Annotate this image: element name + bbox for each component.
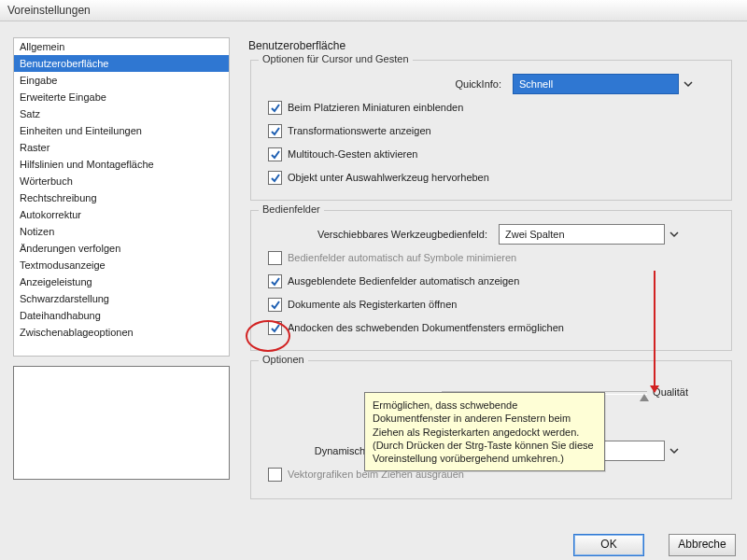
row-tool-panel-cols: Verschiebbares Werkzeugbedienfeld: Zwei … bbox=[268, 224, 722, 245]
sidebar-item[interactable]: Eingabe bbox=[14, 72, 229, 89]
chevron-down-icon bbox=[668, 228, 681, 241]
group-legend: Bedienfelder bbox=[259, 203, 324, 215]
checkbox-docs-as-tabs[interactable]: Dokumente als Registerkarten öffnen bbox=[268, 298, 457, 312]
sidebar-item[interactable]: Benutzeroberfläche bbox=[14, 55, 229, 72]
sidebar-item[interactable]: Textmodusanzeige bbox=[14, 257, 229, 273]
checkbox-transform-values[interactable]: Transformationswerte anzeigen bbox=[268, 124, 431, 138]
cancel-button[interactable]: Abbreche bbox=[669, 534, 736, 556]
quickinfo-combo[interactable]: Schnell bbox=[513, 74, 679, 94]
tool-panel-label: Verschiebbares Werkzeugbedienfeld: bbox=[268, 229, 493, 240]
checkbox-auto-iconize[interactable]: Bedienfelder automatisch auf Symbole min… bbox=[268, 251, 516, 265]
checkbox-thumbs-on-place[interactable]: Beim Platzieren Miniaturen einblenden bbox=[268, 101, 463, 115]
group-legend: Optionen für Cursor und Gesten bbox=[259, 53, 413, 64]
row-quality-slider: Qualität bbox=[268, 382, 694, 402]
quality-slider[interactable] bbox=[442, 383, 647, 401]
window-title: Voreinstellungen bbox=[7, 4, 91, 17]
sidebar-item[interactable]: Wörterbuch bbox=[14, 173, 229, 189]
checkbox-gray-vectors[interactable]: Vektorgrafiken beim Ziehen ausgrauen bbox=[268, 468, 464, 482]
quality-label: Qualität bbox=[653, 386, 694, 398]
sidebar-item[interactable]: Rechtschreibung bbox=[14, 189, 229, 206]
checkbox-highlight-selection[interactable]: Objekt unter Auswahlwerkzeug hervorheben bbox=[268, 171, 489, 185]
group-legend: Optionen bbox=[259, 354, 308, 365]
category-sidebar[interactable]: AllgemeinBenutzeroberflächeEingabeErweit… bbox=[13, 37, 230, 357]
checkbox-multitouch[interactable]: Multitouch-Gesten aktivieren bbox=[268, 147, 417, 161]
row-quickinfo: QuickInfo: Schnell bbox=[268, 74, 722, 94]
dynrefresh-label: Dynamische Bildschirmaktualisierung: bbox=[268, 445, 493, 456]
preferences-window: Voreinstellungen AllgemeinBenutzeroberfl… bbox=[0, 0, 747, 560]
sidebar-item[interactable]: Satz bbox=[14, 105, 229, 122]
group-options: Optionen Qualität Dynamische Bildschirma… bbox=[250, 360, 732, 499]
titlebar[interactable]: Voreinstellungen bbox=[0, 0, 747, 21]
tool-panel-combo[interactable]: Zwei Spalten bbox=[499, 224, 665, 245]
group-cursor-gestures: Optionen für Cursor und Gesten QuickInfo… bbox=[250, 60, 732, 201]
sidebar-item[interactable]: Anzeigeleistung bbox=[14, 273, 229, 290]
sidebar-item[interactable]: Notizen bbox=[14, 223, 229, 240]
sidebar-item[interactable]: Zwischenablageoptionen bbox=[14, 324, 229, 341]
tool-panel-value: Zwei Spalten bbox=[505, 229, 565, 240]
chevron-down-icon bbox=[682, 77, 695, 91]
sidebar-item[interactable]: Erweiterte Eingabe bbox=[14, 89, 229, 105]
sidebar-item[interactable]: Einheiten und Einteilungen bbox=[14, 122, 229, 139]
dynrefresh-value: Verzögert bbox=[505, 445, 549, 456]
chevron-down-icon bbox=[668, 444, 681, 457]
row-dynrefresh: Dynamische Bildschirmaktualisierung: Ver… bbox=[268, 441, 722, 461]
main-panel: Benutzeroberfläche Optionen für Cursor u… bbox=[243, 37, 740, 553]
quickinfo-value: Schnell bbox=[519, 78, 553, 90]
window-body: AllgemeinBenutzeroberflächeEingabeErweit… bbox=[0, 21, 747, 560]
quickinfo-label: QuickInfo: bbox=[268, 78, 507, 90]
sidebar-item[interactable]: Raster bbox=[14, 139, 229, 156]
dynrefresh-combo[interactable]: Verzögert bbox=[499, 441, 665, 461]
sidebar-item[interactable]: Änderungen verfolgen bbox=[14, 240, 229, 257]
ok-button[interactable]: OK bbox=[573, 534, 644, 556]
checkbox-dock-floating-docs[interactable]: Andocken des schwebenden Dokumentfenster… bbox=[268, 321, 564, 335]
sidebar-item[interactable]: Schwarzdarstellung bbox=[14, 290, 229, 307]
sidebar-item[interactable]: Autokorrektur bbox=[14, 206, 229, 223]
sidebar-extra-panel bbox=[13, 366, 230, 480]
sidebar-item[interactable]: Dateihandhabung bbox=[14, 307, 229, 324]
checkbox-show-hidden-panels[interactable]: Ausgeblendete Bedienfelder automatisch a… bbox=[268, 274, 519, 288]
sidebar-item[interactable]: Allgemein bbox=[14, 38, 229, 55]
sidebar-item[interactable]: Hilfslinien und Montagefläche bbox=[14, 156, 229, 173]
group-panels: Bedienfelder Verschiebbares Werkzeugbedi… bbox=[250, 210, 732, 351]
page-title: Benutzeroberfläche bbox=[248, 39, 740, 52]
